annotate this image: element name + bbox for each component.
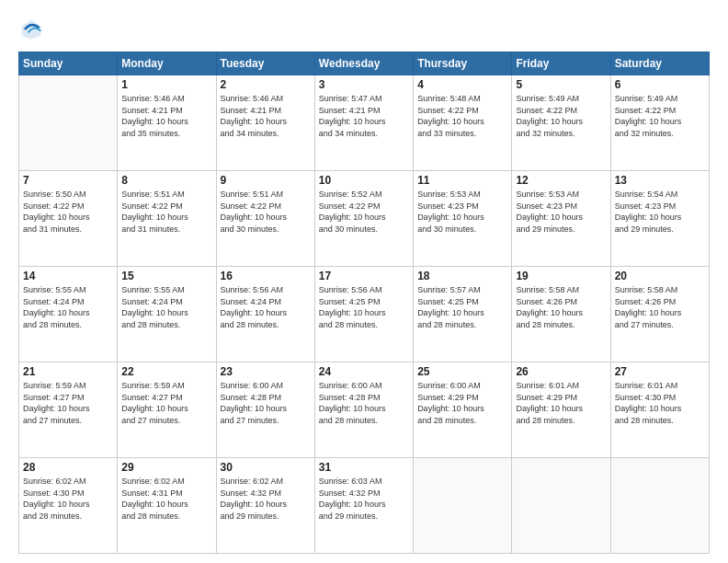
day-number: 11	[417, 174, 507, 187]
day-cell: 20Sunrise: 5:58 AM Sunset: 4:26 PM Dayli…	[610, 267, 709, 362]
day-number: 2	[221, 78, 311, 91]
day-number: 31	[319, 461, 409, 474]
day-info: Sunrise: 6:02 AM Sunset: 4:31 PM Dayligh…	[121, 476, 211, 522]
day-info: Sunrise: 5:57 AM Sunset: 4:25 PM Dayligh…	[417, 284, 507, 330]
day-info: Sunrise: 5:55 AM Sunset: 4:24 PM Dayligh…	[23, 284, 113, 330]
day-info: Sunrise: 5:53 AM Sunset: 4:23 PM Dayligh…	[516, 189, 606, 235]
week-row-1: 7Sunrise: 5:50 AM Sunset: 4:22 PM Daylig…	[19, 171, 710, 267]
day-cell: 7Sunrise: 5:50 AM Sunset: 4:22 PM Daylig…	[19, 171, 118, 267]
week-row-4: 28Sunrise: 6:02 AM Sunset: 4:30 PM Dayli…	[19, 458, 710, 554]
col-header-friday: Friday	[512, 52, 610, 75]
col-header-saturday: Saturday	[610, 52, 709, 75]
day-info: Sunrise: 6:02 AM Sunset: 4:30 PM Dayligh…	[23, 476, 113, 522]
day-cell: 17Sunrise: 5:56 AM Sunset: 4:25 PM Dayli…	[314, 267, 413, 362]
day-info: Sunrise: 5:49 AM Sunset: 4:22 PM Dayligh…	[615, 93, 705, 139]
day-info: Sunrise: 5:59 AM Sunset: 4:27 PM Dayligh…	[23, 380, 113, 426]
day-info: Sunrise: 5:49 AM Sunset: 4:22 PM Dayligh…	[516, 93, 606, 139]
day-cell	[19, 75, 118, 171]
day-info: Sunrise: 6:01 AM Sunset: 4:30 PM Dayligh…	[615, 380, 705, 426]
day-cell: 10Sunrise: 5:52 AM Sunset: 4:22 PM Dayli…	[314, 171, 413, 267]
day-info: Sunrise: 5:58 AM Sunset: 4:26 PM Dayligh…	[615, 284, 705, 330]
col-header-tuesday: Tuesday	[216, 52, 314, 75]
day-info: Sunrise: 5:51 AM Sunset: 4:22 PM Dayligh…	[221, 189, 311, 235]
day-number: 30	[221, 461, 311, 474]
logo-icon	[18, 17, 44, 42]
day-cell: 12Sunrise: 5:53 AM Sunset: 4:23 PM Dayli…	[512, 171, 610, 267]
day-number: 13	[615, 174, 705, 187]
day-cell: 11Sunrise: 5:53 AM Sunset: 4:23 PM Dayli…	[414, 171, 512, 267]
header-row: SundayMondayTuesdayWednesdayThursdayFrid…	[19, 52, 710, 75]
day-cell	[414, 458, 512, 554]
day-cell: 18Sunrise: 5:57 AM Sunset: 4:25 PM Dayli…	[414, 267, 512, 362]
day-number: 23	[221, 365, 311, 378]
day-info: Sunrise: 5:46 AM Sunset: 4:21 PM Dayligh…	[221, 93, 311, 139]
day-info: Sunrise: 5:51 AM Sunset: 4:22 PM Dayligh…	[121, 189, 211, 235]
day-cell: 14Sunrise: 5:55 AM Sunset: 4:24 PM Dayli…	[19, 267, 118, 362]
day-cell: 9Sunrise: 5:51 AM Sunset: 4:22 PM Daylig…	[216, 171, 314, 267]
day-number: 4	[417, 78, 507, 91]
logo	[18, 17, 48, 42]
day-number: 21	[23, 365, 113, 378]
day-info: Sunrise: 5:56 AM Sunset: 4:25 PM Dayligh…	[319, 284, 409, 330]
day-info: Sunrise: 6:00 AM Sunset: 4:29 PM Dayligh…	[417, 380, 507, 426]
day-number: 18	[417, 270, 507, 282]
day-info: Sunrise: 6:03 AM Sunset: 4:32 PM Dayligh…	[319, 476, 409, 522]
day-cell: 22Sunrise: 5:59 AM Sunset: 4:27 PM Dayli…	[118, 362, 216, 458]
day-cell: 8Sunrise: 5:51 AM Sunset: 4:22 PM Daylig…	[118, 171, 216, 267]
day-info: Sunrise: 5:58 AM Sunset: 4:26 PM Dayligh…	[516, 284, 606, 330]
day-info: Sunrise: 5:48 AM Sunset: 4:22 PM Dayligh…	[417, 93, 507, 139]
day-cell: 5Sunrise: 5:49 AM Sunset: 4:22 PM Daylig…	[512, 75, 610, 171]
col-header-wednesday: Wednesday	[314, 52, 413, 75]
day-info: Sunrise: 5:50 AM Sunset: 4:22 PM Dayligh…	[23, 189, 113, 235]
day-number: 9	[221, 174, 311, 187]
day-cell	[512, 458, 610, 554]
day-number: 6	[615, 78, 705, 91]
week-row-0: 1Sunrise: 5:46 AM Sunset: 4:21 PM Daylig…	[19, 75, 710, 171]
day-number: 29	[121, 461, 211, 474]
day-info: Sunrise: 5:55 AM Sunset: 4:24 PM Dayligh…	[121, 284, 211, 330]
day-number: 1	[121, 78, 211, 91]
day-number: 25	[417, 365, 507, 378]
day-cell: 28Sunrise: 6:02 AM Sunset: 4:30 PM Dayli…	[19, 458, 118, 554]
day-cell: 19Sunrise: 5:58 AM Sunset: 4:26 PM Dayli…	[512, 267, 610, 362]
day-info: Sunrise: 5:53 AM Sunset: 4:23 PM Dayligh…	[417, 189, 507, 235]
day-cell: 4Sunrise: 5:48 AM Sunset: 4:22 PM Daylig…	[414, 75, 512, 171]
day-cell: 23Sunrise: 6:00 AM Sunset: 4:28 PM Dayli…	[216, 362, 314, 458]
day-cell: 31Sunrise: 6:03 AM Sunset: 4:32 PM Dayli…	[314, 458, 413, 554]
day-number: 7	[23, 174, 113, 187]
day-cell: 25Sunrise: 6:00 AM Sunset: 4:29 PM Dayli…	[414, 362, 512, 458]
day-info: Sunrise: 5:59 AM Sunset: 4:27 PM Dayligh…	[121, 380, 211, 426]
day-info: Sunrise: 5:54 AM Sunset: 4:23 PM Dayligh…	[615, 189, 705, 235]
day-number: 27	[615, 365, 705, 378]
day-cell: 13Sunrise: 5:54 AM Sunset: 4:23 PM Dayli…	[610, 171, 709, 267]
day-info: Sunrise: 5:56 AM Sunset: 4:24 PM Dayligh…	[221, 284, 311, 330]
day-cell: 1Sunrise: 5:46 AM Sunset: 4:21 PM Daylig…	[118, 75, 216, 171]
day-number: 17	[319, 270, 409, 282]
day-number: 26	[516, 365, 606, 378]
day-number: 5	[516, 78, 606, 91]
day-info: Sunrise: 6:00 AM Sunset: 4:28 PM Dayligh…	[221, 380, 311, 426]
day-cell: 29Sunrise: 6:02 AM Sunset: 4:31 PM Dayli…	[118, 458, 216, 554]
col-header-thursday: Thursday	[414, 52, 512, 75]
col-header-sunday: Sunday	[19, 52, 118, 75]
day-cell: 16Sunrise: 5:56 AM Sunset: 4:24 PM Dayli…	[216, 267, 314, 362]
day-cell: 3Sunrise: 5:47 AM Sunset: 4:21 PM Daylig…	[314, 75, 413, 171]
day-cell	[610, 458, 709, 554]
day-cell: 2Sunrise: 5:46 AM Sunset: 4:21 PM Daylig…	[216, 75, 314, 171]
day-number: 14	[23, 270, 113, 282]
day-number: 8	[121, 174, 211, 187]
day-number: 22	[121, 365, 211, 378]
day-number: 28	[23, 461, 113, 474]
day-cell: 21Sunrise: 5:59 AM Sunset: 4:27 PM Dayli…	[19, 362, 118, 458]
day-number: 20	[615, 270, 705, 282]
day-cell: 24Sunrise: 6:00 AM Sunset: 4:28 PM Dayli…	[314, 362, 413, 458]
calendar-table: SundayMondayTuesdayWednesdayThursdayFrid…	[18, 52, 710, 554]
col-header-monday: Monday	[118, 52, 216, 75]
day-cell: 15Sunrise: 5:55 AM Sunset: 4:24 PM Dayli…	[118, 267, 216, 362]
day-cell: 6Sunrise: 5:49 AM Sunset: 4:22 PM Daylig…	[610, 75, 709, 171]
day-info: Sunrise: 5:47 AM Sunset: 4:21 PM Dayligh…	[319, 93, 409, 139]
week-row-2: 14Sunrise: 5:55 AM Sunset: 4:24 PM Dayli…	[19, 267, 710, 362]
day-number: 16	[221, 270, 311, 282]
day-info: Sunrise: 6:00 AM Sunset: 4:28 PM Dayligh…	[319, 380, 409, 426]
day-number: 15	[121, 270, 211, 282]
